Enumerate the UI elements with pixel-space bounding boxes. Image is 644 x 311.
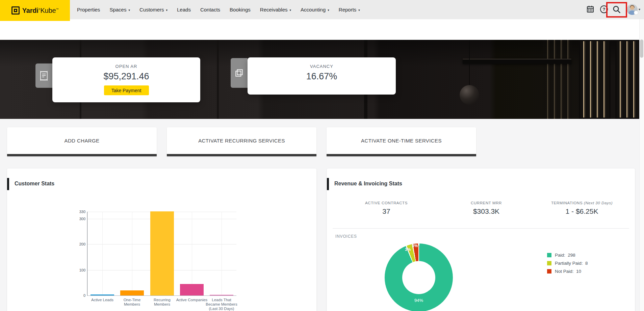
chevron-down-icon: ▾ <box>328 8 329 12</box>
donut-hole <box>402 261 435 294</box>
nav-menu: Properties Spaces▾ Customers▾ Leads Cont… <box>72 0 365 19</box>
customer-stats-bar-chart: 330 300 200 100 0 Active Leads One-Time … <box>87 212 236 296</box>
add-charge-card[interactable]: ADD CHARGE <box>7 127 157 156</box>
quick-actions-row: ADD CHARGE ACTIVATE RECURRING SERVICES A… <box>7 127 476 156</box>
stat-terminations: TERMINATIONS (Next 30 Days) 1 - $6.25K <box>551 201 613 215</box>
legend-item-not-paid: Not Paid: 10 <box>547 269 588 274</box>
stat-current-mrr: CURRENT MRR $303.3K <box>471 201 502 215</box>
bar <box>150 211 174 295</box>
dashboard-body: ADD CHARGE ACTIVATE RECURRING SERVICES A… <box>0 119 644 311</box>
calendar-icon[interactable] <box>586 5 594 13</box>
receipt-icon <box>40 71 48 81</box>
y-tick: 300 <box>75 217 85 221</box>
pendant-lamp <box>460 85 479 105</box>
bar <box>91 294 114 295</box>
customer-stats-panel: Customer Stats 330 300 200 100 0 <box>7 169 316 311</box>
donut-slice-label: 3% <box>405 247 411 252</box>
stat-active-contracts: ACTIVE CONTRACTS 37 <box>365 201 408 215</box>
revenue-invoicing-panel: Revenue & Invoicing Stats ACTIVE CONTRAC… <box>327 169 635 311</box>
nav-item-contacts[interactable]: Contacts <box>196 0 225 19</box>
page-header: Dashboard Saved Filters None ▾ Property*… <box>0 19 644 40</box>
y-tick: 200 <box>75 242 85 246</box>
chevron-down-icon: ▾ <box>166 8 168 12</box>
vacancy-label: VACANCY <box>248 64 396 69</box>
panel-accent-bar <box>7 178 9 190</box>
yardi-logo-icon <box>11 6 20 15</box>
chevron-down-icon: ▾ <box>358 8 360 12</box>
y-tick: 330 <box>75 210 85 214</box>
bar <box>120 290 144 295</box>
legend-item-partially-paid: Partially Paid: 8 <box>547 261 588 266</box>
panel-accent-bar <box>327 178 329 190</box>
brand-text: Yardi®Kube™ <box>22 7 58 15</box>
take-payment-button[interactable]: Take Payment <box>104 85 149 95</box>
x-category-label: Leads That Became Members (Last 30 Days) <box>205 298 238 311</box>
open-ar-card: OPEN AR $95,291.46 Take Payment <box>52 57 200 102</box>
invoices-section-label: INVOICES <box>335 234 357 239</box>
vacancy-card: VACANCY 16.67% <box>248 57 396 95</box>
scrollbar-thumb[interactable] <box>640 40 643 58</box>
nav-item-bookings[interactable]: Bookings <box>225 0 255 19</box>
invoices-donut: 3% 3% 94% <box>385 243 453 311</box>
donut-main-label: 94% <box>414 298 423 303</box>
scrollbar-track <box>639 19 644 311</box>
bar <box>180 284 204 295</box>
help-icon[interactable]: ? <box>600 5 608 13</box>
divider <box>333 228 629 229</box>
nav-item-leads[interactable]: Leads <box>172 0 196 19</box>
open-ar-value: $95,291.46 <box>52 71 200 82</box>
yardi-kube-dashboard: Yardi®Kube™ Properties Spaces▾ Customers… <box>0 0 644 311</box>
activate-recurring-services-card[interactable]: ACTIVATE RECURRING SERVICES <box>167 127 316 156</box>
x-category-label: Recurring Members <box>146 298 178 307</box>
card-underline <box>7 154 157 156</box>
hero-office-photo: OPEN AR $95,291.46 Take Payment VACANCY … <box>0 40 644 119</box>
y-tick: 100 <box>75 268 85 272</box>
user-menu-caret-icon[interactable]: ▾ <box>639 7 640 11</box>
y-tick: 0 <box>75 293 85 297</box>
nav-item-accounting[interactable]: Accounting▾ <box>296 0 334 19</box>
overlapping-squares-icon <box>235 69 243 77</box>
x-category-label: One-Time Members <box>116 298 148 307</box>
chevron-down-icon: ▾ <box>290 8 291 12</box>
legend-swatch <box>547 261 551 265</box>
activate-one-time-services-card[interactable]: ACTIVATE ONE-TIME SERVICES <box>327 127 476 156</box>
top-nav: Yardi®Kube™ Properties Spaces▾ Customers… <box>0 0 644 19</box>
open-ar-icon-tab <box>35 63 52 88</box>
nav-item-properties[interactable]: Properties <box>72 0 105 19</box>
chevron-down-icon: ▾ <box>128 8 130 12</box>
card-underline <box>167 154 316 156</box>
legend-swatch <box>547 269 551 274</box>
revenue-invoicing-title: Revenue & Invoicing Stats <box>334 181 402 187</box>
yardi-kube-logo[interactable]: Yardi®Kube™ <box>0 0 70 21</box>
customer-stats-title: Customer Stats <box>15 181 54 187</box>
vacancy-icon-tab <box>231 58 248 88</box>
nav-item-spaces[interactable]: Spaces▾ <box>105 0 135 19</box>
legend-swatch <box>547 253 551 257</box>
invoices-legend: Paid: 298 Partially Paid: 8 Not Paid: 10 <box>547 253 588 277</box>
nav-item-customers[interactable]: Customers▾ <box>135 0 172 19</box>
bar <box>210 295 233 295</box>
nav-item-receivables[interactable]: Receivables▾ <box>255 0 296 19</box>
search-icon[interactable] <box>612 5 621 14</box>
nav-item-reports[interactable]: Reports▾ <box>334 0 365 19</box>
ceiling-light <box>463 59 571 64</box>
card-underline <box>327 154 476 156</box>
legend-item-paid: Paid: 298 <box>547 253 588 258</box>
open-ar-label: OPEN AR <box>52 64 200 69</box>
donut-slice-label: 3% <box>412 243 418 248</box>
avatar-status-badge <box>634 10 638 15</box>
x-category-label: Active Leads <box>86 298 119 302</box>
x-category-label: Active Companies <box>176 298 208 302</box>
vacancy-value: 16.67% <box>248 71 396 82</box>
